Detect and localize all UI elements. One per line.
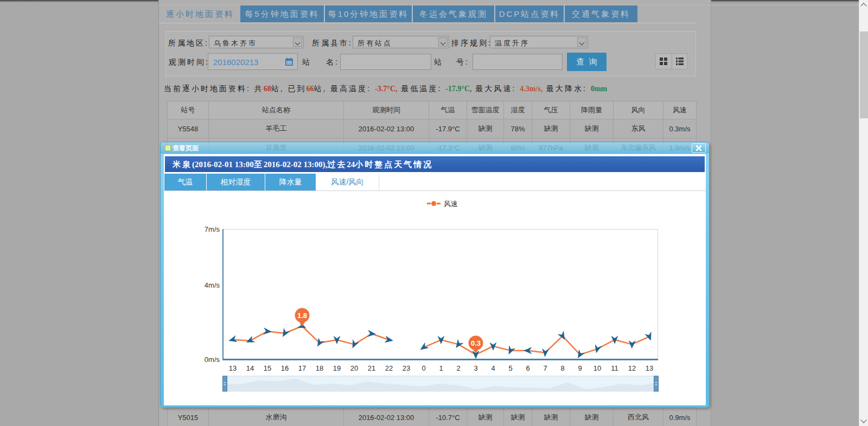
svg-text:8: 8 xyxy=(560,364,564,372)
svg-text:7m/s: 7m/s xyxy=(205,225,220,233)
svg-text:12: 12 xyxy=(628,364,636,372)
svg-text:4m/s: 4m/s xyxy=(205,281,220,289)
svg-text:7: 7 xyxy=(543,364,547,372)
svg-text:4: 4 xyxy=(491,364,495,372)
svg-text:9: 9 xyxy=(578,364,582,372)
svg-text:2: 2 xyxy=(456,364,460,372)
svg-text:19: 19 xyxy=(333,364,341,372)
svg-text:17: 17 xyxy=(298,364,306,372)
svg-text:11: 11 xyxy=(611,364,618,372)
svg-text:6: 6 xyxy=(526,364,529,372)
svg-text:0.3: 0.3 xyxy=(471,339,481,347)
svg-text:13: 13 xyxy=(646,364,653,372)
svg-text:18: 18 xyxy=(316,364,323,372)
svg-text:风速: 风速 xyxy=(444,200,458,208)
svg-text:15: 15 xyxy=(264,364,271,372)
svg-text:21: 21 xyxy=(368,364,375,372)
svg-text:3: 3 xyxy=(474,364,477,372)
svg-text:1: 1 xyxy=(439,364,443,372)
svg-text:5: 5 xyxy=(508,364,512,372)
svg-text:13: 13 xyxy=(229,364,237,372)
svg-text:20: 20 xyxy=(350,364,358,372)
svg-text:23: 23 xyxy=(403,364,410,372)
svg-text:10: 10 xyxy=(593,364,601,372)
svg-text:14: 14 xyxy=(246,364,254,372)
svg-text:22: 22 xyxy=(385,364,393,372)
svg-text:0m/s: 0m/s xyxy=(205,355,220,364)
svg-text:0: 0 xyxy=(422,364,425,372)
svg-text:16: 16 xyxy=(281,364,289,372)
svg-text:1.8: 1.8 xyxy=(297,311,307,320)
